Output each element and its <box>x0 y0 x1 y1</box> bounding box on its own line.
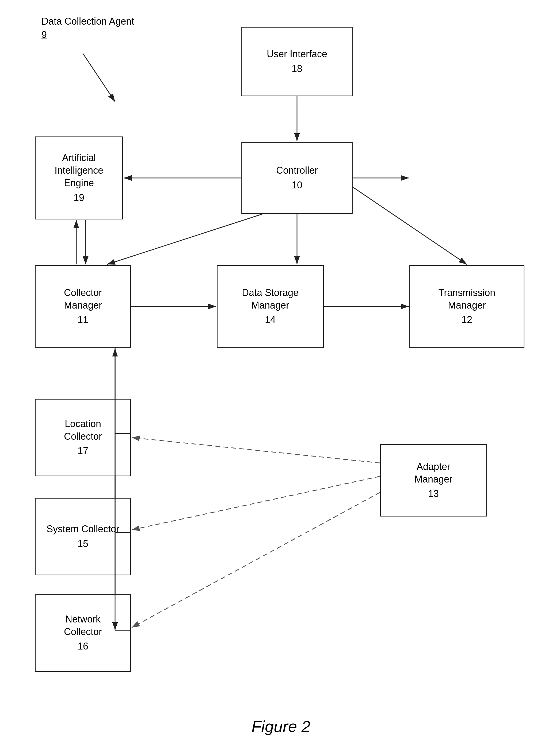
box-transmission: TransmissionManager 12 <box>409 265 524 348</box>
box-location: LocationCollector 17 <box>35 399 131 476</box>
svg-line-13 <box>353 187 467 264</box>
svg-line-18 <box>132 476 380 530</box>
box-data-storage: Data StorageManager 14 <box>217 265 324 348</box>
box-network: NetworkCollector 16 <box>35 594 131 672</box>
box-system: System Collector 15 <box>35 498 131 575</box>
diagram: Data Collection Agent 9 User Interface 1… <box>0 0 560 752</box>
figure-label: Figure 2 <box>201 717 361 736</box>
box-ui: User Interface 18 <box>241 27 353 96</box>
svg-line-3 <box>83 54 115 102</box>
svg-line-6 <box>107 214 262 264</box>
box-ai: ArtificialIntelligenceEngine 19 <box>35 137 123 219</box>
svg-line-17 <box>132 438 380 463</box>
svg-line-19 <box>132 492 380 628</box>
box-collector-mgr: CollectorManager 11 <box>35 265 131 348</box>
box-controller: Controller 10 <box>241 142 353 214</box>
dca-label: Data Collection Agent 9 <box>41 15 134 42</box>
box-adapter: AdapterManager 13 <box>380 444 487 516</box>
